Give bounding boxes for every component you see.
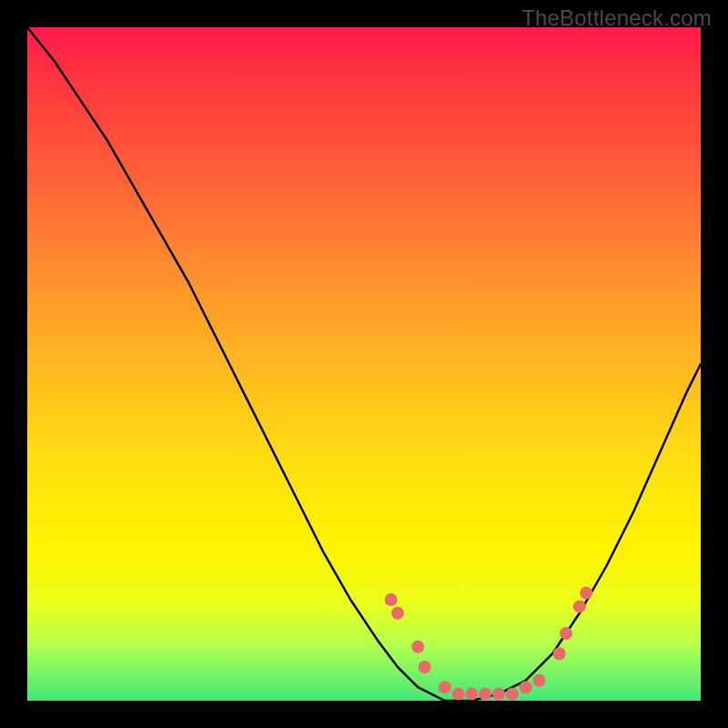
chart-area bbox=[27, 27, 701, 701]
optimum-dot bbox=[506, 688, 519, 701]
optimum-dot bbox=[573, 600, 586, 612]
optimum-dot bbox=[411, 641, 424, 653]
optimum-dot bbox=[532, 674, 545, 687]
optimum-dot bbox=[560, 627, 572, 640]
bottleneck-curve-line bbox=[27, 27, 701, 701]
optimum-dot bbox=[439, 681, 451, 693]
optimum-dot bbox=[391, 607, 404, 620]
optimum-dot bbox=[452, 688, 465, 701]
optimum-dot bbox=[465, 688, 478, 701]
bottleneck-chart bbox=[27, 27, 701, 701]
optimum-dot bbox=[520, 681, 532, 693]
optimum-dot bbox=[385, 593, 398, 606]
outer-frame: TheBottleneck.com bbox=[0, 0, 728, 728]
optimum-dot bbox=[419, 661, 431, 673]
optimum-dot bbox=[553, 647, 566, 660]
optimum-dot bbox=[492, 688, 505, 701]
optimum-dots bbox=[385, 587, 593, 701]
optimum-dot bbox=[580, 587, 592, 600]
optimum-dot bbox=[479, 688, 491, 701]
